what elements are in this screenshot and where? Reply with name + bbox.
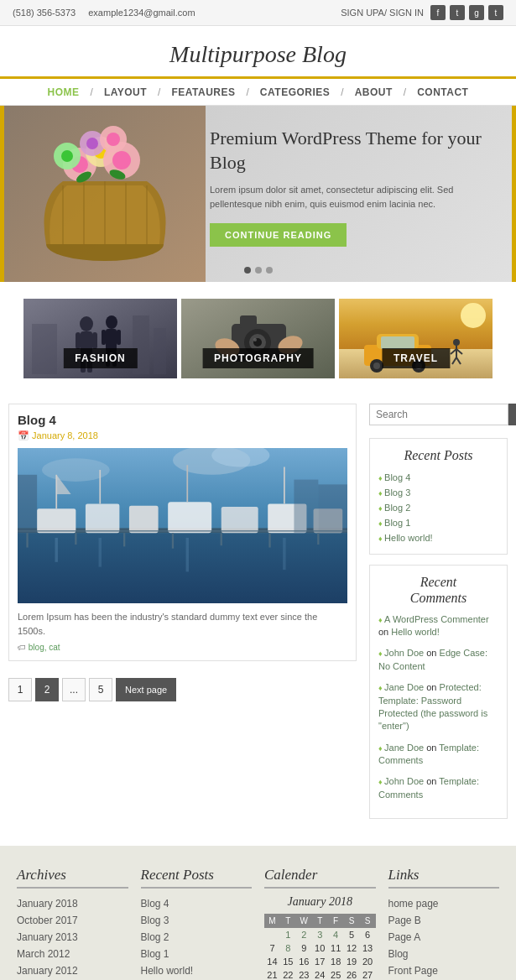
- archive-link-jan2012[interactable]: January 2012: [17, 965, 78, 977]
- comment-link-3[interactable]: Jane Doe: [384, 682, 424, 692]
- footer-post-link-3[interactable]: Blog 2: [141, 931, 169, 943]
- recent-post-link-2[interactable]: Blog 3: [384, 487, 410, 498]
- nav-item-feataures[interactable]: FEATAURES: [164, 86, 242, 98]
- hero-dot-2[interactable]: [255, 267, 262, 274]
- svg-point-13: [86, 138, 98, 149]
- list-item: Blog: [388, 946, 500, 962]
- hero-dot-3[interactable]: [266, 267, 273, 274]
- link-front-page[interactable]: Front Page: [388, 965, 438, 977]
- post-date: January 8, 2018: [18, 430, 347, 441]
- link-homepage[interactable]: home page: [388, 898, 439, 910]
- nav-item-home[interactable]: HOME: [41, 86, 86, 98]
- cal-day-link[interactable]: 3: [317, 930, 322, 940]
- nav-link-layout[interactable]: LAYOUT: [97, 83, 154, 102]
- post-tag-links[interactable]: blog, cat: [29, 643, 60, 652]
- page-btn-1[interactable]: 1: [8, 678, 32, 701]
- nav-item-categories[interactable]: CATEGORIES: [253, 86, 336, 98]
- svg-rect-73: [86, 503, 119, 533]
- continue-reading-button[interactable]: CONTINUE READING: [210, 223, 347, 247]
- fashion-label: FASHION: [63, 348, 137, 368]
- cal-day-link[interactable]: 4: [333, 930, 338, 940]
- svg-rect-78: [222, 507, 258, 533]
- next-page-button[interactable]: Next page: [116, 678, 176, 701]
- svg-rect-25: [92, 332, 97, 349]
- nav-link-categories[interactable]: CATEGORIES: [253, 83, 336, 102]
- top-bar-left: (518) 356-5373 example1234@gmail.com: [13, 8, 195, 18]
- recent-posts-title: Recent Posts: [378, 447, 498, 463]
- comment-link-5[interactable]: John Doe: [384, 776, 424, 786]
- cal-cell: 27: [360, 968, 376, 980]
- footer-post-link-2[interactable]: Blog 3: [141, 915, 169, 926]
- svg-rect-75: [129, 506, 159, 533]
- cal-cell: 17: [312, 955, 328, 968]
- svg-rect-30: [102, 330, 106, 345]
- cal-day-link[interactable]: 2: [301, 930, 306, 940]
- tumblr-icon[interactable]: t: [488, 5, 503, 20]
- comment-5: John Doe on Template: Comments: [378, 775, 498, 805]
- nav-link-about[interactable]: ABOUT: [348, 83, 399, 102]
- cal-day-link[interactable]: 1: [285, 930, 290, 940]
- googleplus-icon[interactable]: g: [469, 5, 484, 20]
- basket-flowers-image: [21, 114, 189, 274]
- facebook-icon[interactable]: f: [430, 5, 446, 20]
- svg-rect-83: [294, 480, 318, 534]
- signup-link[interactable]: SIGN UPA/ SIGN IN: [341, 8, 424, 18]
- nav-item-contact[interactable]: CONTACT: [410, 86, 475, 98]
- archive-link-jan2013[interactable]: January 2013: [17, 931, 78, 943]
- link-blog[interactable]: Blog: [388, 948, 409, 960]
- recent-post-link-4[interactable]: Blog 1: [384, 518, 410, 528]
- recent-post-link-1[interactable]: Blog 4: [384, 472, 410, 482]
- comment-post-link-1[interactable]: Hello world!: [391, 627, 439, 637]
- category-card-fashion[interactable]: FASHION: [23, 299, 177, 378]
- cal-cell: 8: [280, 941, 296, 955]
- link-page-a[interactable]: Page A: [388, 931, 421, 943]
- archive-link-mar2012[interactable]: March 2012: [17, 948, 70, 960]
- footer-post-link-4[interactable]: Blog 1: [141, 948, 169, 960]
- comment-link-2[interactable]: John Doe: [384, 648, 424, 658]
- nav-link-home[interactable]: HOME: [41, 83, 86, 102]
- hero-dot-1[interactable]: [244, 267, 251, 274]
- nav-item-about[interactable]: ABOUT: [348, 86, 399, 98]
- comment-link-4[interactable]: Jane Doe: [384, 743, 424, 753]
- search-button[interactable]: Search: [508, 404, 516, 425]
- list-item: Blog 1: [141, 946, 253, 962]
- comment-link-1[interactable]: A WordPress Commenter: [384, 614, 489, 624]
- svg-point-22: [80, 316, 93, 331]
- nav-list: HOME / LAYOUT / FEATAURES / CATEGORIES /…: [0, 86, 516, 98]
- cal-header-s2: S: [360, 914, 376, 928]
- svg-point-58: [453, 339, 460, 346]
- category-card-photography[interactable]: PHOTOGRAPHY: [181, 299, 335, 378]
- calendar-month-title: January 2018: [264, 895, 376, 909]
- list-item: Page B: [388, 912, 500, 929]
- page-btn-2[interactable]: 2: [35, 678, 59, 701]
- list-item: Page A: [388, 929, 500, 946]
- footer: Archives January 2018 October 2017 Janua…: [0, 846, 516, 980]
- nav-item-layout[interactable]: LAYOUT: [97, 86, 154, 98]
- svg-point-50: [461, 303, 486, 328]
- page-btn-5[interactable]: 5: [89, 678, 112, 701]
- svg-rect-35: [154, 328, 166, 374]
- cal-cell: 7: [264, 941, 280, 955]
- footer-post-link-5[interactable]: Hello world!: [141, 965, 194, 977]
- recent-post-link-3[interactable]: Blog 2: [384, 503, 410, 513]
- footer-post-link-1[interactable]: Blog 4: [141, 898, 169, 910]
- social-icons: f t g t: [430, 5, 503, 20]
- calendar-title: Calender: [264, 867, 376, 889]
- nav-link-feataures[interactable]: FEATAURES: [164, 83, 242, 102]
- hero-section: Premium WordPress Theme for your Blog Lo…: [0, 106, 516, 282]
- nav-link-contact[interactable]: CONTACT: [410, 83, 475, 102]
- post-title[interactable]: Blog 4: [18, 413, 347, 427]
- archives-title: Archives: [17, 867, 128, 889]
- site-title[interactable]: Multipurpose Blog: [8, 41, 508, 68]
- category-card-travel[interactable]: TRAVEL: [339, 299, 493, 378]
- archive-link-oct2017[interactable]: October 2017: [17, 915, 78, 926]
- nav-sep: /: [247, 86, 249, 98]
- recent-comments-section: RecentComments A WordPress Commenter on …: [369, 565, 508, 819]
- twitter-icon[interactable]: t: [450, 5, 465, 20]
- recent-post-link-5[interactable]: Hello world!: [384, 533, 432, 543]
- archive-link-jan2018[interactable]: January 2018: [17, 898, 78, 910]
- cal-day-link[interactable]: 8: [285, 943, 290, 953]
- recent-posts-list: Blog 4 Blog 3 Blog 2 Blog 1 Hello world!: [378, 470, 498, 545]
- link-page-b[interactable]: Page B: [388, 915, 421, 926]
- search-input[interactable]: [369, 404, 508, 425]
